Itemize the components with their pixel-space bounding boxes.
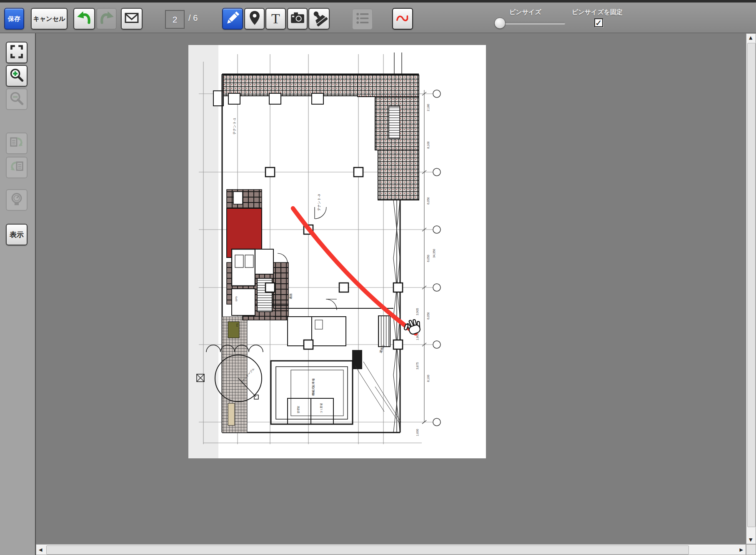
- dimension-text: 1,000: [416, 429, 419, 436]
- beige-patch: [228, 403, 235, 425]
- page-back-button[interactable]: [6, 157, 28, 178]
- dimension-text: 2,180: [427, 104, 430, 111]
- dimension-text: 3,905: [416, 308, 419, 315]
- redo-button[interactable]: [96, 8, 117, 30]
- stroke-preview-button[interactable]: [392, 8, 413, 30]
- pin-size-slider-thumb[interactable]: [494, 18, 506, 29]
- dimension-text: 3,875: [416, 362, 419, 370]
- wall-box: [233, 192, 243, 204]
- horizontal-scrollbar[interactable]: ◀ ▶: [36, 544, 746, 555]
- pin-fix-label: ピンサイズを固定: [572, 8, 623, 16]
- checkmark-icon: ✓: [595, 19, 602, 27]
- left-sidebar: 表示: [0, 33, 36, 555]
- service-door-block: [352, 350, 362, 369]
- camera-icon: [288, 9, 307, 29]
- document-viewport[interactable]: テナント-1テナント-3通路EPSPS通用口機械式駐車場ターンテーブル管理室ゴミ…: [36, 33, 746, 544]
- pin-size-label: ピンサイズ: [509, 8, 541, 16]
- plan-label: EPS: [235, 296, 238, 301]
- bottom-left-filler: [0, 544, 36, 555]
- envelope-icon: [123, 9, 141, 29]
- hand-cursor-icon: [402, 318, 423, 337]
- dimension-text: 6,050: [427, 312, 430, 320]
- plan-label: 管理室: [297, 406, 300, 413]
- mauve-hatch-upper: [227, 190, 262, 208]
- fullscreen-icon: [8, 43, 25, 62]
- document-arrow-back-icon: [8, 158, 25, 177]
- save-button-label: 保存: [8, 15, 20, 23]
- dimension-text: 8,100: [427, 141, 430, 149]
- grid-bubble: [433, 226, 441, 233]
- grid-bubble: [433, 90, 441, 98]
- plan-label: 機械式駐車場: [312, 378, 315, 396]
- pin-tool-button[interactable]: [244, 8, 265, 30]
- zoom-in-button[interactable]: [6, 65, 28, 87]
- plan-label: テナント-1: [233, 118, 236, 135]
- grid-bubble: [433, 168, 441, 176]
- dimension-text: 6,050: [427, 197, 430, 205]
- plan-label: テナント-3: [317, 194, 321, 211]
- scroll-right-arrow[interactable]: ▶: [740, 548, 743, 552]
- fullscreen-button[interactable]: [6, 42, 28, 63]
- page-total: / 6: [188, 13, 198, 23]
- dimension-chain: [422, 90, 426, 424]
- map-pin-icon: [245, 9, 264, 29]
- dimension-text: 8,100: [427, 375, 430, 382]
- plan-label: PS: [236, 323, 238, 327]
- plan-label: 通路: [289, 293, 293, 299]
- undo-button[interactable]: [73, 8, 95, 30]
- magnifier-plus-icon: [8, 66, 25, 85]
- bullet-list-icon: [354, 10, 371, 29]
- text-tool-button[interactable]: T: [265, 8, 286, 30]
- pin-fix-checkbox[interactable]: ✓: [594, 18, 603, 27]
- red-wave-icon: [393, 9, 412, 29]
- annotation-app: 保存 キャンセル: [0, 0, 756, 555]
- page-number-value: 2: [173, 15, 178, 25]
- pencil-icon: [223, 9, 242, 29]
- list-button[interactable]: [352, 9, 373, 30]
- page-number-input[interactable]: 2: [165, 10, 185, 29]
- dimension-text: 6,050: [427, 255, 430, 262]
- show-button-label: 表示: [10, 230, 24, 240]
- floorplan-page[interactable]: テナント-1テナント-3通路EPSPS通用口機械式駐車場ターンテーブル管理室ゴミ…: [188, 45, 486, 458]
- magnifier-minus-icon: [8, 90, 25, 109]
- grid-bubble: [433, 418, 441, 426]
- stamp-icon: [310, 9, 328, 29]
- floorplan-drawing: テナント-1テナント-3通路EPSPS通用口機械式駐車場ターンテーブル管理室ゴミ…: [188, 45, 486, 458]
- scale-gauge-button[interactable]: [6, 189, 28, 211]
- stamp-tool-button[interactable]: [308, 8, 330, 30]
- vertical-scrollbar[interactable]: ▲ ▼: [746, 33, 756, 544]
- dimension-text: 34,350: [433, 249, 436, 258]
- cancel-button-label: キャンセル: [33, 15, 65, 23]
- vertical-scroll-thumb[interactable]: [747, 43, 756, 527]
- plan-label: ゴミ置場: [320, 403, 323, 413]
- redo-icon: [98, 9, 116, 29]
- page-forward-button[interactable]: [6, 132, 28, 154]
- grid-bubble: [433, 284, 441, 291]
- grid-bubble: [433, 341, 441, 348]
- save-button[interactable]: 保存: [4, 8, 24, 30]
- undo-icon: [75, 9, 93, 29]
- pen-tool-button[interactable]: [222, 8, 243, 30]
- scroll-left-arrow[interactable]: ◀: [39, 548, 42, 552]
- pin-size-slider-track[interactable]: [497, 22, 565, 24]
- cancel-button[interactable]: キャンセル: [31, 8, 68, 30]
- toolbar: 保存 キャンセル: [0, 2, 756, 33]
- mail-button[interactable]: [121, 8, 143, 30]
- scrollbar-corner: [746, 544, 756, 555]
- scroll-down-arrow[interactable]: ▼: [749, 538, 752, 542]
- scroll-up-arrow[interactable]: ▲: [749, 35, 752, 40]
- letter-T-icon: T: [271, 12, 280, 26]
- hatched-areas: [213, 75, 419, 200]
- gauge-icon: [8, 190, 25, 210]
- photo-tool-button[interactable]: [287, 8, 308, 30]
- show-button[interactable]: 表示: [6, 224, 28, 245]
- document-arrow-icon: [8, 134, 25, 153]
- horizontal-scroll-thumb[interactable]: [46, 545, 689, 555]
- zoom-out-button[interactable]: [6, 88, 28, 110]
